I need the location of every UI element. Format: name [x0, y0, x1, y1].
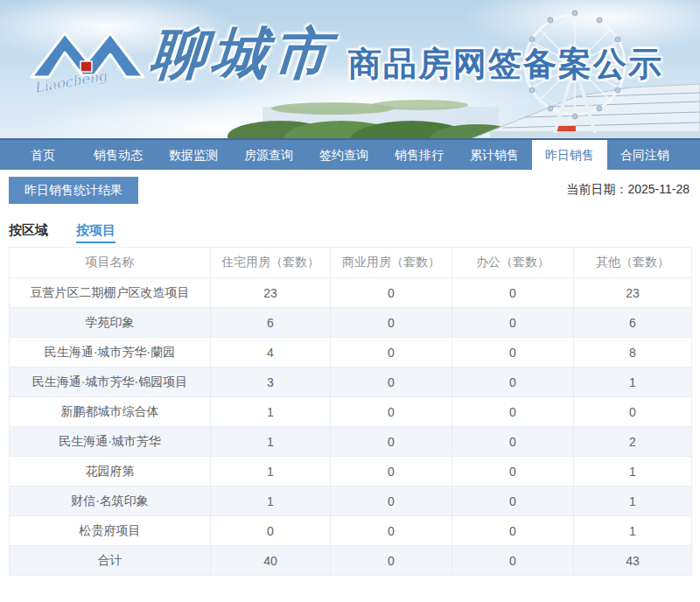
count-cell: 0 [452, 278, 574, 308]
project-name-cell: 民生海通·城市芳华 [10, 427, 211, 457]
column-header: 商业用房（套数） [331, 248, 452, 278]
nav-item-listing-query[interactable]: 房源查询 [231, 140, 306, 170]
count-cell: 0 [331, 368, 452, 397]
count-cell: 1 [211, 397, 331, 427]
site-name: 聊城市 [148, 16, 337, 92]
project-name-cell: 民生海通·城市芳华·锦园项目 [10, 368, 211, 397]
count-cell: 8 [574, 338, 692, 368]
project-name-cell: 豆营片区二期棚户区改造项目 [10, 278, 211, 308]
project-name-cell: 财信·名筑印象 [10, 486, 211, 516]
table-row: 学苑印象6006 [10, 308, 692, 338]
count-cell: 0 [331, 338, 452, 368]
site-logo: Liaocheng [24, 23, 151, 97]
project-name-cell: 学苑印象 [10, 308, 211, 338]
nav-item-sales-dynamics[interactable]: 销售动态 [80, 140, 156, 170]
count-cell: 23 [211, 278, 331, 308]
current-date-label: 当前日期： [566, 182, 627, 196]
table-row: 民生海通·城市芳华1002 [10, 427, 692, 457]
stats-table: 项目名称住宅用房（套数）商业用房（套数）办公（套数）其他（套数） 豆营片区二期棚… [9, 247, 692, 576]
table-header-row: 项目名称住宅用房（套数）商业用房（套数）办公（套数）其他（套数） [10, 248, 692, 278]
stats-table-wrap: 项目名称住宅用房（套数）商业用房（套数）办公（套数）其他（套数） 豆营片区二期棚… [0, 243, 700, 576]
nav-item-signing-query[interactable]: 签约查询 [306, 140, 382, 170]
count-cell: 1 [574, 486, 692, 516]
table-row: 民生海通·城市芳华·蘭园4008 [10, 338, 692, 368]
count-cell: 43 [574, 546, 692, 576]
page-title: 商品房网签备案公示 [348, 42, 663, 87]
column-header: 其他（套数） [574, 248, 692, 278]
count-cell: 0 [331, 427, 452, 457]
nav-item-sales-ranking[interactable]: 销售排行 [382, 140, 457, 170]
table-row: 松贵府项目0001 [10, 516, 692, 546]
count-cell: 0 [452, 457, 574, 486]
count-cell: 0 [452, 397, 574, 427]
current-date: 当前日期：2025-11-28 [566, 182, 690, 198]
table-total-row: 合计400043 [10, 546, 692, 576]
column-header: 办公（套数） [452, 248, 574, 278]
count-cell: 0 [331, 278, 452, 308]
table-row: 花园府第1001 [10, 457, 692, 486]
table-row: 豆营片区二期棚户区改造项目230023 [10, 278, 692, 308]
main-nav: 首页销售动态数据监测房源查询签约查询销售排行累计销售昨日销售合同注销 [0, 138, 700, 170]
count-cell: 6 [211, 308, 331, 338]
current-date-value: 2025-11-28 [627, 182, 690, 196]
count-cell: 1 [574, 457, 692, 486]
project-name-cell: 松贵府项目 [10, 516, 211, 546]
table-row: 新鹏都城市综合体1000 [10, 397, 692, 427]
count-cell: 0 [452, 516, 574, 546]
count-cell: 0 [452, 546, 574, 576]
count-cell: 3 [211, 368, 331, 397]
view-tab-by-region[interactable]: 按区域 [9, 222, 48, 243]
page-banner: Liaocheng 聊城市 商品房网签备案公示 [0, 0, 700, 138]
count-cell: 1 [211, 457, 331, 486]
count-cell: 23 [574, 278, 692, 308]
nav-item-data-monitoring[interactable]: 数据监测 [156, 140, 231, 170]
count-cell: 0 [574, 397, 692, 427]
logo-mountain-icon: Liaocheng [24, 23, 151, 97]
project-name-cell: 民生海通·城市芳华·蘭园 [10, 338, 211, 368]
nav-item-home[interactable]: 首页 [5, 140, 80, 170]
count-cell: 6 [574, 308, 692, 338]
project-name-cell: 新鹏都城市综合体 [10, 397, 211, 427]
project-name-cell: 花园府第 [10, 457, 211, 486]
count-cell: 0 [211, 516, 331, 546]
count-cell: 1 [211, 486, 331, 516]
count-cell: 1 [574, 516, 692, 546]
count-cell: 2 [574, 427, 692, 457]
table-row: 民生海通·城市芳华·锦园项目3001 [10, 368, 692, 397]
count-cell: 0 [331, 457, 452, 486]
table-row: 财信·名筑印象1001 [10, 486, 692, 516]
project-name-cell: 合计 [10, 546, 211, 576]
toolbar: 昨日销售统计结果 当前日期：2025-11-28 [0, 170, 700, 210]
count-cell: 40 [211, 546, 331, 576]
count-cell: 0 [331, 546, 452, 576]
yesterday-sales-stats-button[interactable]: 昨日销售统计结果 [9, 177, 138, 204]
count-cell: 0 [452, 308, 574, 338]
count-cell: 0 [331, 486, 452, 516]
count-cell: 0 [331, 308, 452, 338]
view-tab-by-project[interactable]: 按项目 [76, 222, 116, 243]
count-cell: 1 [574, 368, 692, 397]
nav-item-contract-cancellation[interactable]: 合同注销 [607, 140, 682, 170]
column-header: 住宅用房（套数） [211, 248, 331, 278]
count-cell: 0 [452, 368, 574, 397]
count-cell: 0 [452, 338, 574, 368]
table-body: 豆营片区二期棚户区改造项目230023学苑印象6006民生海通·城市芳华·蘭园4… [10, 278, 692, 576]
view-tabs: 按区域按项目 [0, 210, 700, 243]
column-header: 项目名称 [10, 248, 211, 278]
nav-item-cumulative-sales[interactable]: 累计销售 [457, 140, 532, 170]
count-cell: 0 [331, 397, 452, 427]
count-cell: 0 [452, 486, 574, 516]
distant-island [372, 100, 468, 110]
count-cell: 4 [211, 338, 331, 368]
count-cell: 0 [452, 427, 574, 457]
count-cell: 0 [331, 516, 452, 546]
count-cell: 1 [211, 427, 331, 457]
